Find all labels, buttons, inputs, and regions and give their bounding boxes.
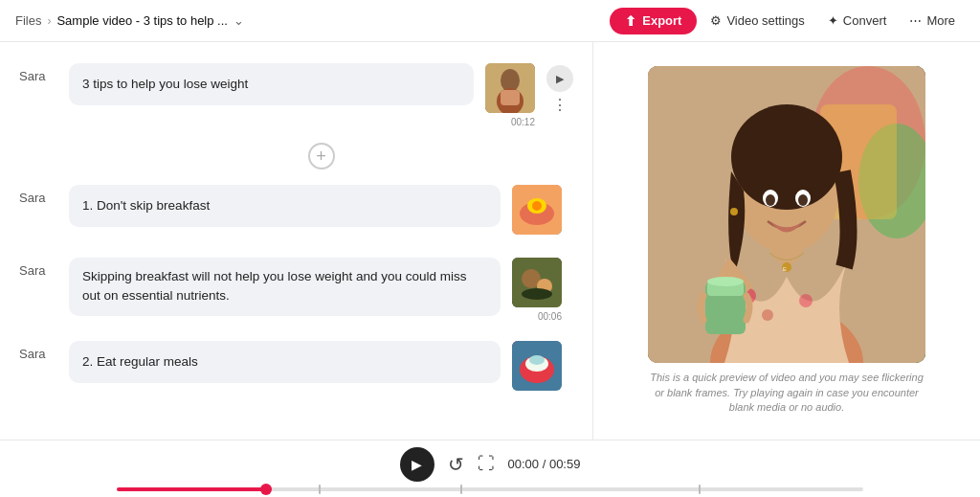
convert-label: Convert: [843, 13, 887, 28]
scene-media: 00:06: [512, 258, 562, 322]
playback-bar: ▶ ↺ ⛶ 00:00 / 00:59: [0, 440, 980, 497]
play-icon: ▶: [412, 457, 422, 472]
svg-point-15: [529, 355, 545, 365]
breadcrumb: Files › Sample video - 3 tips to help ..…: [15, 13, 610, 28]
progress-marker: [699, 485, 701, 494]
time-display: 00:00 / 00:59: [508, 457, 581, 471]
play-pause-button[interactable]: ▶: [400, 447, 434, 482]
scene-duration: 00:06: [538, 311, 562, 322]
svg-point-23: [799, 294, 813, 307]
preview-panel: E: [593, 42, 980, 440]
scene-text[interactable]: 2. Eat regular meals: [69, 341, 501, 383]
scenes-panel: Sara 3 tips to help you lose weight 00:1…: [0, 42, 593, 440]
preview-caption: This is a quick preview of video and you…: [648, 371, 925, 415]
svg-point-7: [532, 201, 542, 211]
speaker-label: Sara: [19, 185, 57, 205]
video-preview: E: [648, 66, 925, 363]
export-icon: ⬆: [625, 13, 636, 29]
list-item: Sara 1. Don't skip breakfast: [0, 175, 592, 248]
preview-frame: E: [648, 66, 925, 363]
app-header: Files › Sample video - 3 tips to help ..…: [0, 0, 980, 42]
export-label: Export: [642, 13, 681, 28]
speaker-label: Sara: [19, 63, 57, 83]
svg-point-28: [731, 104, 842, 210]
svg-text:E: E: [783, 266, 787, 272]
progress-bar-row: [117, 487, 863, 491]
playback-controls: ▶ ↺ ⛶ 00:00 / 00:59: [400, 447, 581, 482]
progress-marker: [319, 485, 321, 494]
video-settings-button[interactable]: ⚙ Video settings: [701, 8, 813, 34]
scene-play-button[interactable]: ▶: [546, 65, 573, 92]
replay-button[interactable]: ↺: [448, 453, 464, 476]
fullscreen-button[interactable]: ⛶: [478, 454, 495, 474]
more-dots-icon: ⋯: [909, 13, 922, 28]
list-item: Sara 3 tips to help you lose weight 00:1…: [0, 54, 592, 137]
list-item: Sara Skipping breakfast will not help yo…: [0, 248, 592, 331]
svg-point-22: [762, 309, 773, 321]
main-content: Sara 3 tips to help you lose weight 00:1…: [0, 42, 980, 440]
scene-thumbnail: [512, 258, 562, 307]
chevron-down-icon[interactable]: ⌄: [234, 13, 244, 28]
scene-thumbnail: [512, 185, 562, 235]
header-actions: ⬆ Export ⚙ Video settings ✦ Convert ⋯ Mo…: [610, 8, 965, 34]
fullscreen-icon: ⛶: [478, 454, 495, 473]
breadcrumb-project-title: Sample video - 3 tips to help ...: [56, 13, 227, 28]
scene-text[interactable]: 3 tips to help you lose weight: [69, 63, 474, 105]
progress-thumb[interactable]: [260, 484, 272, 495]
svg-point-33: [730, 208, 738, 215]
svg-point-36: [707, 277, 744, 286]
breadcrumb-files[interactable]: Files: [15, 13, 41, 28]
scene-media: [512, 341, 562, 395]
add-scene-button[interactable]: +: [308, 143, 335, 169]
scene-more-button[interactable]: ⋮: [548, 96, 571, 115]
scene-thumbnail: [485, 63, 535, 113]
scene-text[interactable]: 1. Don't skip breakfast: [69, 185, 501, 227]
more-button[interactable]: ⋯ More: [900, 8, 965, 34]
scene-media: 00:12: [485, 63, 535, 127]
svg-point-11: [522, 288, 552, 300]
scene-media: [512, 185, 562, 238]
scene-controls: ▶ ⋮: [546, 63, 573, 115]
svg-point-31: [766, 194, 775, 206]
svg-point-32: [798, 194, 808, 206]
convert-button[interactable]: ✦ Convert: [818, 8, 897, 34]
replay-icon: ↺: [448, 454, 464, 475]
more-label: More: [926, 13, 955, 28]
video-settings-label: Video settings: [726, 13, 804, 28]
svg-rect-3: [501, 90, 520, 105]
gear-icon: ⚙: [710, 13, 722, 28]
progress-track[interactable]: [117, 487, 863, 491]
progress-fill: [117, 487, 266, 491]
scene-text[interactable]: Skipping breakfast will not help you los…: [69, 258, 501, 316]
speaker-label: Sara: [19, 258, 57, 278]
progress-marker: [460, 485, 462, 494]
scene-duration: 00:12: [511, 117, 535, 127]
export-button[interactable]: ⬆ Export: [610, 8, 697, 34]
add-scene-row: +: [0, 137, 592, 175]
scene-thumbnail: [512, 341, 562, 391]
list-item: Sara 2. Eat regular meals: [0, 331, 592, 404]
convert-icon: ✦: [828, 13, 838, 28]
speaker-label: Sara: [19, 341, 57, 361]
breadcrumb-separator: ›: [47, 14, 51, 28]
